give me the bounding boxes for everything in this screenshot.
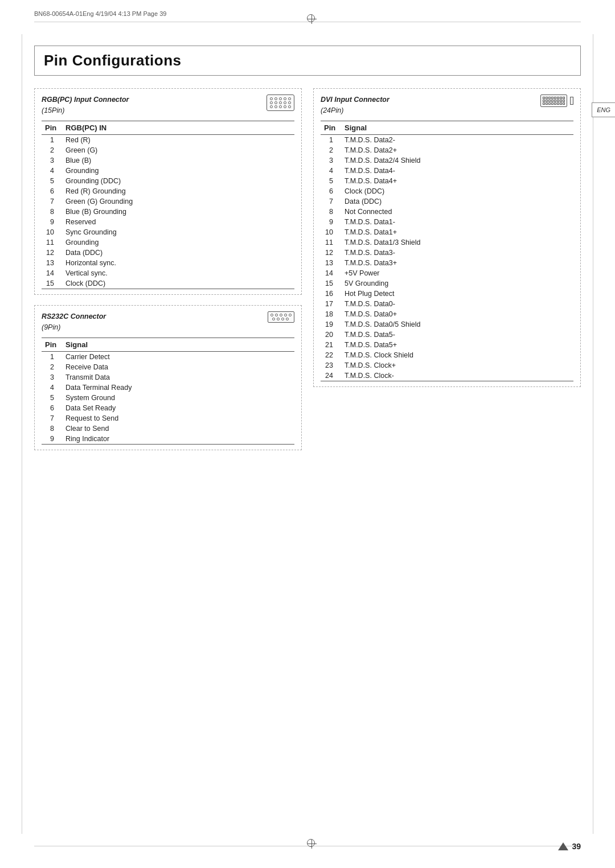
table-row: 7Request to Send bbox=[42, 413, 294, 423]
table-row: 11T.M.D.S. Data1/3 Shield bbox=[321, 237, 573, 248]
table-row: 7Green (G) Grounding bbox=[42, 196, 294, 207]
pin-signal: T.M.D.S. Data1+ bbox=[341, 227, 573, 237]
table-row: 3T.M.D.S. Data2/4 Shield bbox=[321, 155, 573, 166]
pin-number: 18 bbox=[321, 309, 341, 319]
left-border bbox=[22, 34, 22, 834]
rgb-col-signal: RGB(PC) IN bbox=[62, 121, 294, 134]
pin-number: 2 bbox=[42, 145, 62, 155]
pin-signal: Clock (DDC) bbox=[341, 186, 573, 196]
pin-signal: T.M.D.S. Data2- bbox=[341, 134, 573, 145]
pin-number: 7 bbox=[321, 196, 341, 207]
page-title: Pin Configurations bbox=[44, 52, 571, 69]
dvi-col-signal: Signal bbox=[341, 121, 573, 134]
pin-number: 6 bbox=[321, 186, 341, 196]
right-column: DVI Input Connector (24Pin) bbox=[313, 88, 581, 460]
pin-signal: T.M.D.S. Data2/4 Shield bbox=[341, 155, 573, 166]
pin-signal: Data Set Ready bbox=[62, 403, 294, 413]
pin-signal: Reserved bbox=[62, 217, 294, 227]
table-row: 1Carrier Detect bbox=[42, 351, 294, 362]
rs232c-connector-title: RS232C Connector (9Pin) bbox=[42, 311, 106, 333]
pin-signal: Blue (B) bbox=[62, 155, 294, 166]
table-row: 13T.M.D.S. Data3+ bbox=[321, 258, 573, 268]
pin-number: 8 bbox=[321, 207, 341, 217]
table-row: 24T.M.D.S. Clock- bbox=[321, 371, 573, 381]
table-row: 23T.M.D.S. Clock+ bbox=[321, 360, 573, 371]
pin-signal: T.M.D.S. Data4- bbox=[341, 166, 573, 176]
pin-signal: T.M.D.S. Data1- bbox=[341, 217, 573, 227]
pin-number: 22 bbox=[321, 350, 341, 360]
pin-number: 14 bbox=[42, 268, 62, 278]
table-row: 21T.M.D.S. Data5+ bbox=[321, 340, 573, 350]
pin-number: 1 bbox=[42, 134, 62, 145]
rgb-connector-header: RGB(PC) Input Connector (15Pin) bbox=[42, 94, 294, 116]
table-row: 8Blue (B) Grounding bbox=[42, 207, 294, 217]
pin-signal: T.M.D.S. Data4+ bbox=[341, 176, 573, 186]
pin-number: 23 bbox=[321, 360, 341, 371]
table-row: 9Ring Indicator bbox=[42, 434, 294, 445]
table-row: 19T.M.D.S. Data0/5 Shield bbox=[321, 319, 573, 330]
pin-number: 14 bbox=[321, 268, 341, 278]
pin-number: 11 bbox=[42, 237, 62, 248]
pin-number: 4 bbox=[321, 166, 341, 176]
pin-number: 9 bbox=[321, 217, 341, 227]
pin-signal: T.M.D.S. Data0+ bbox=[341, 309, 573, 319]
eng-label: ENG bbox=[597, 106, 610, 113]
pin-number: 1 bbox=[42, 351, 62, 362]
table-row: 12Data (DDC) bbox=[42, 248, 294, 258]
pin-number: 7 bbox=[42, 413, 62, 423]
pin-number: 17 bbox=[321, 299, 341, 309]
pin-number: 10 bbox=[42, 227, 62, 237]
arrow-up-icon bbox=[558, 842, 568, 850]
pin-number: 11 bbox=[321, 237, 341, 248]
pin-number: 9 bbox=[42, 217, 62, 227]
pin-signal: T.M.D.S. Clock+ bbox=[341, 360, 573, 371]
table-row: 13Horizontal sync. bbox=[42, 258, 294, 268]
rs232c-title-line1: RS232C Connector bbox=[42, 311, 106, 322]
table-row: 10Sync Grounding bbox=[42, 227, 294, 237]
pin-number: 13 bbox=[42, 258, 62, 268]
pin-signal: Request to Send bbox=[62, 413, 294, 423]
pin-number: 10 bbox=[321, 227, 341, 237]
pin-number: 1 bbox=[321, 134, 341, 145]
pin-signal: T.M.D.S. Data3+ bbox=[341, 258, 573, 268]
pin-signal: Green (G) bbox=[62, 145, 294, 155]
pin-signal: T.M.D.S. Data0- bbox=[341, 299, 573, 309]
table-row: 15Clock (DDC) bbox=[42, 278, 294, 289]
dvi-title-line2: (24Pin) bbox=[321, 105, 390, 116]
table-row: 3Transmit Data bbox=[42, 372, 294, 382]
rs232c-title-line2: (9Pin) bbox=[42, 322, 106, 333]
rs232c-connector-icon bbox=[268, 311, 294, 323]
pin-number: 4 bbox=[42, 382, 62, 393]
table-row: 20T.M.D.S. Data5- bbox=[321, 330, 573, 340]
pin-signal: T.M.D.S. Data5- bbox=[341, 330, 573, 340]
pin-signal: T.M.D.S. Clock Shield bbox=[341, 350, 573, 360]
dvi-pin-table: Pin Signal 1T.M.D.S. Data2-2T.M.D.S. Dat… bbox=[321, 121, 573, 381]
pin-signal: T.M.D.S. Data3- bbox=[341, 248, 573, 258]
rgb-connector-title: RGB(PC) Input Connector (15Pin) bbox=[42, 94, 129, 116]
pin-signal: System Ground bbox=[62, 393, 294, 403]
pin-signal: T.M.D.S. Data1/3 Shield bbox=[341, 237, 573, 248]
pin-number: 19 bbox=[321, 319, 341, 330]
pin-signal: Grounding (DDC) bbox=[62, 176, 294, 186]
content-area: RGB(PC) Input Connector (15Pin) bbox=[34, 88, 581, 460]
pin-signal: Grounding bbox=[62, 237, 294, 248]
pin-number: 24 bbox=[321, 371, 341, 381]
pin-signal: Sync Grounding bbox=[62, 227, 294, 237]
rgb-pin-table: Pin RGB(PC) IN 1Red (R)2Green (G)3Blue (… bbox=[42, 121, 294, 289]
pin-signal: Green (G) Grounding bbox=[62, 196, 294, 207]
table-row: 5System Ground bbox=[42, 393, 294, 403]
rs232c-connector-header: RS232C Connector (9Pin) bbox=[42, 311, 294, 333]
table-row: 6Red (R) Grounding bbox=[42, 186, 294, 196]
pin-signal: Not Connected bbox=[341, 207, 573, 217]
pin-number: 6 bbox=[42, 403, 62, 413]
table-row: 9T.M.D.S. Data1- bbox=[321, 217, 573, 227]
pin-number: 2 bbox=[42, 362, 62, 372]
pin-signal: Red (R) Grounding bbox=[62, 186, 294, 196]
pin-number: 5 bbox=[321, 176, 341, 186]
pin-number: 8 bbox=[42, 423, 62, 434]
table-row: 10T.M.D.S. Data1+ bbox=[321, 227, 573, 237]
page-wrapper: BN68-00654A-01Eng 4/19/04 4:13 PM Page 3… bbox=[0, 0, 615, 868]
pin-signal: Red (R) bbox=[62, 134, 294, 145]
table-row: 1Red (R) bbox=[42, 134, 294, 145]
pin-signal: Data (DDC) bbox=[62, 248, 294, 258]
